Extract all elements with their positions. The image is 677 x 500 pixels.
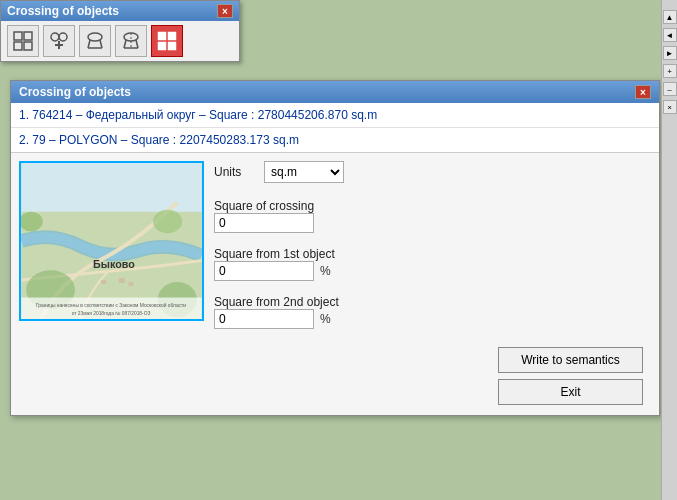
toolbar-title: Crossing of objects bbox=[7, 4, 119, 18]
svg-rect-3 bbox=[24, 42, 32, 50]
tool1-icon-btn[interactable] bbox=[79, 25, 111, 57]
svg-text:от 23мая 2018года № 087/2018-О: от 23мая 2018года № 087/2018-ОЗ bbox=[72, 311, 151, 316]
right-panel: Units sq.m sq.km ha Square of crossing S… bbox=[214, 161, 651, 331]
svg-rect-2 bbox=[14, 42, 22, 50]
svg-rect-1 bbox=[24, 32, 32, 40]
svg-point-25 bbox=[153, 210, 182, 233]
highlight-icon bbox=[157, 31, 177, 51]
grid-icon-btn[interactable] bbox=[7, 25, 39, 57]
sidebar-btn-2[interactable]: ◄ bbox=[663, 28, 677, 42]
tool2-icon bbox=[121, 31, 141, 51]
square-1st-section: Square from 1st object % bbox=[214, 243, 651, 283]
svg-line-10 bbox=[100, 40, 102, 48]
tool1-icon bbox=[85, 31, 105, 51]
dialog-close-button[interactable]: × bbox=[635, 85, 651, 99]
square-2nd-section: Square from 2nd object % bbox=[214, 291, 651, 331]
square-2nd-row: % bbox=[214, 309, 651, 329]
svg-rect-29 bbox=[129, 282, 134, 286]
svg-rect-30 bbox=[101, 280, 106, 284]
square-1st-input[interactable] bbox=[214, 261, 314, 281]
units-select[interactable]: sq.m sq.km ha bbox=[264, 161, 344, 183]
svg-line-9 bbox=[88, 40, 90, 48]
svg-point-5 bbox=[59, 33, 67, 41]
square-crossing-input[interactable] bbox=[214, 213, 314, 233]
toolbar-window: Crossing of objects × bbox=[0, 0, 240, 62]
units-row: Units sq.m sq.km ha bbox=[214, 161, 651, 183]
toolbar-titlebar: Crossing of objects × bbox=[1, 1, 239, 21]
svg-rect-28 bbox=[119, 278, 125, 283]
pointer-icon bbox=[49, 31, 69, 51]
sidebar-btn-4[interactable]: + bbox=[663, 64, 677, 78]
pointer-icon-btn[interactable] bbox=[43, 25, 75, 57]
svg-rect-0 bbox=[14, 32, 22, 40]
svg-rect-18 bbox=[168, 32, 176, 40]
square-crossing-row bbox=[214, 213, 651, 233]
square-2nd-label: Square from 2nd object bbox=[214, 295, 651, 309]
map-thumbnail: Быково Границы нанесены в соответствии с… bbox=[19, 161, 204, 321]
svg-line-14 bbox=[136, 40, 138, 48]
highlight-icon-btn[interactable] bbox=[151, 25, 183, 57]
square-1st-label: Square from 1st object bbox=[214, 247, 651, 261]
sidebar-btn-1[interactable]: ▲ bbox=[663, 10, 677, 24]
square-1st-row: % bbox=[214, 261, 651, 281]
write-to-semantics-button[interactable]: Write to semantics bbox=[498, 347, 643, 373]
map-svg: Быково Границы нанесены в соответствии с… bbox=[21, 163, 202, 319]
svg-rect-17 bbox=[158, 32, 166, 40]
sidebar-btn-6[interactable]: × bbox=[663, 100, 677, 114]
svg-point-4 bbox=[51, 33, 59, 41]
main-dialog: Crossing of objects × 1. 764214 – Федера… bbox=[10, 80, 660, 416]
dialog-titlebar: Crossing of objects × bbox=[11, 81, 659, 103]
square-crossing-section: Square of crossing bbox=[214, 195, 651, 235]
grid-icon bbox=[13, 31, 33, 51]
svg-text:Быково: Быково bbox=[93, 258, 135, 270]
exit-button[interactable]: Exit bbox=[498, 379, 643, 405]
result-rows: 1. 764214 – Федеральный округ – Square :… bbox=[11, 103, 659, 153]
svg-text:Границы нанесены в соответстви: Границы нанесены в соответствии с Законо… bbox=[36, 303, 186, 308]
square-1st-unit: % bbox=[320, 264, 331, 278]
dialog-title: Crossing of objects bbox=[19, 85, 131, 99]
svg-rect-19 bbox=[158, 42, 166, 50]
units-label: Units bbox=[214, 165, 254, 179]
result-row-2: 2. 79 – POLYGON – Square : 2207450283.17… bbox=[11, 128, 659, 152]
toolbar-icons-row bbox=[1, 21, 239, 61]
svg-rect-20 bbox=[168, 42, 176, 50]
svg-line-13 bbox=[124, 40, 126, 48]
svg-point-8 bbox=[88, 33, 102, 41]
right-sidebar: ▲ ◄ ► + – × bbox=[661, 0, 677, 500]
content-area: Быково Границы нанесены в соответствии с… bbox=[11, 153, 659, 339]
sidebar-btn-5[interactable]: – bbox=[663, 82, 677, 96]
tool2-icon-btn[interactable] bbox=[115, 25, 147, 57]
square-2nd-input[interactable] bbox=[214, 309, 314, 329]
toolbar-close-button[interactable]: × bbox=[217, 4, 233, 18]
square-crossing-label: Square of crossing bbox=[214, 199, 651, 213]
square-2nd-unit: % bbox=[320, 312, 331, 326]
result-row-1: 1. 764214 – Федеральный округ – Square :… bbox=[11, 103, 659, 128]
buttons-area: Write to semantics Exit bbox=[11, 339, 659, 415]
sidebar-btn-3[interactable]: ► bbox=[663, 46, 677, 60]
